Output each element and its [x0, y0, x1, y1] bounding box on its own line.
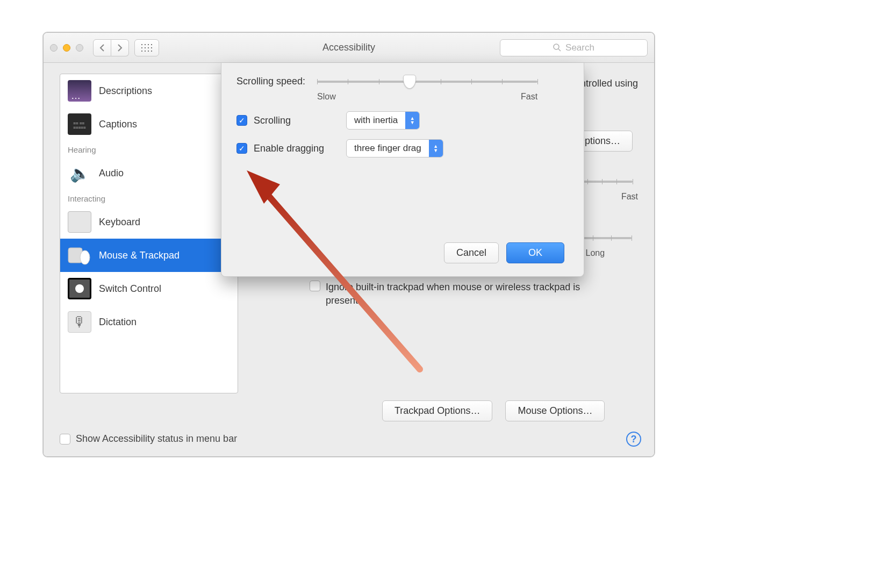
titlebar: Accessibility Search [44, 33, 654, 63]
minimize-dot[interactable] [63, 44, 70, 52]
mouse-trackpad-icon [68, 245, 91, 266]
menubar-status-checkbox[interactable] [60, 434, 70, 444]
sidebar-item-label: Keyboard [99, 217, 140, 228]
scrolling-mode-value: with inertia [347, 115, 405, 126]
search-placeholder: Search [565, 42, 594, 53]
dictation-icon: 🎙 [68, 311, 91, 333]
sidebar-item-label: Switch Control [99, 283, 161, 295]
drag-mode-value: three finger drag [347, 143, 429, 154]
sidebar-item-mouse-trackpad[interactable]: Mouse & Trackpad [60, 239, 238, 272]
slow-label: Slow [317, 92, 336, 102]
search-input[interactable]: Search [500, 39, 648, 56]
traffic-lights [50, 44, 83, 52]
scrolling-mode-dropdown[interactable]: with inertia ▲▼ [346, 111, 420, 130]
trackpad-options-button[interactable]: Trackpad Options… [382, 400, 492, 421]
scrolling-checkbox-row: ✓ Scrolling with inertia ▲▼ [236, 111, 569, 130]
keyboard-icon [68, 211, 91, 233]
fast-label: Fast [521, 92, 537, 102]
chevron-updown-icon: ▲▼ [405, 112, 419, 129]
sidebar-item-label: Audio [99, 168, 124, 179]
help-button[interactable]: ? [626, 432, 641, 447]
enable-dragging-row: ✓ Enable dragging three finger drag ▲▼ [236, 139, 569, 157]
sidebar-item-dictation[interactable]: 🎙 Dictation [60, 305, 238, 339]
back-button[interactable] [93, 39, 111, 56]
ignore-trackpad-row: Ignore built-in trackpad when mouse or w… [310, 281, 611, 307]
preferences-window: Accessibility Search Descriptions == ===… [43, 32, 655, 457]
captions-icon: == ======= [68, 113, 91, 135]
ok-button[interactable]: OK [506, 242, 564, 263]
scrolling-checkbox[interactable]: ✓ [236, 115, 247, 126]
sheet-buttons: Cancel OK [444, 242, 564, 263]
sidebar-heading-interacting: Interacting [60, 190, 238, 205]
sidebar-item-label: Mouse & Trackpad [99, 250, 180, 261]
sidebar-item-label: Captions [99, 119, 137, 130]
close-dot[interactable] [50, 44, 58, 52]
chevron-updown-icon: ▲▼ [429, 140, 443, 157]
bottom-buttons: Trackpad Options… Mouse Options… [382, 400, 605, 421]
menubar-status-label: Show Accessibility status in menu bar [76, 433, 237, 444]
trackpad-options-sheet: Scrolling speed: Slow Fast ✓ Scrolling w… [221, 63, 584, 277]
sidebar-item-descriptions[interactable]: Descriptions [60, 74, 238, 107]
audio-icon: 🔈 [68, 162, 91, 184]
search-icon [553, 44, 561, 52]
category-sidebar: Descriptions == ======= Captions Hearing… [60, 74, 238, 393]
ignore-trackpad-checkbox[interactable] [310, 281, 320, 291]
nav-buttons [93, 39, 129, 56]
sidebar-item-audio[interactable]: 🔈 Audio [60, 156, 238, 190]
sidebar-heading-hearing: Hearing [60, 141, 238, 156]
sidebar-item-switch-control[interactable]: Switch Control [60, 272, 238, 305]
show-all-button[interactable] [134, 39, 159, 56]
forward-button[interactable] [111, 39, 129, 56]
svg-point-3 [80, 250, 90, 264]
mouse-options-button[interactable]: Mouse Options… [505, 400, 605, 421]
enable-dragging-checkbox[interactable]: ✓ [236, 143, 247, 154]
drag-mode-dropdown[interactable]: three finger drag ▲▼ [346, 139, 443, 157]
svg-line-1 [558, 49, 561, 51]
fast-label: Fast [621, 192, 638, 202]
sidebar-item-label: Dictation [99, 317, 137, 328]
sidebar-item-label: Descriptions [99, 85, 152, 97]
sidebar-item-captions[interactable]: == ======= Captions [60, 107, 238, 141]
grid-icon [140, 43, 153, 53]
descriptions-icon [68, 80, 91, 102]
scrolling-speed-label: Scrolling speed: [236, 76, 305, 87]
scrolling-speed-slider[interactable] [317, 76, 537, 88]
controlled-using-text: ontrolled using [575, 78, 638, 89]
switch-control-icon [68, 278, 91, 299]
ignore-trackpad-label: Ignore built-in trackpad when mouse or w… [326, 281, 611, 307]
enable-dragging-label: Enable dragging [254, 143, 340, 154]
scrolling-label: Scrolling [254, 115, 340, 126]
footer-checkbox-row: Show Accessibility status in menu bar [60, 433, 237, 444]
cancel-button[interactable]: Cancel [444, 242, 499, 263]
zoom-dot[interactable] [76, 44, 83, 52]
sidebar-item-keyboard[interactable]: Keyboard [60, 205, 238, 239]
svg-point-0 [554, 44, 559, 49]
long-label: Long [586, 248, 605, 258]
